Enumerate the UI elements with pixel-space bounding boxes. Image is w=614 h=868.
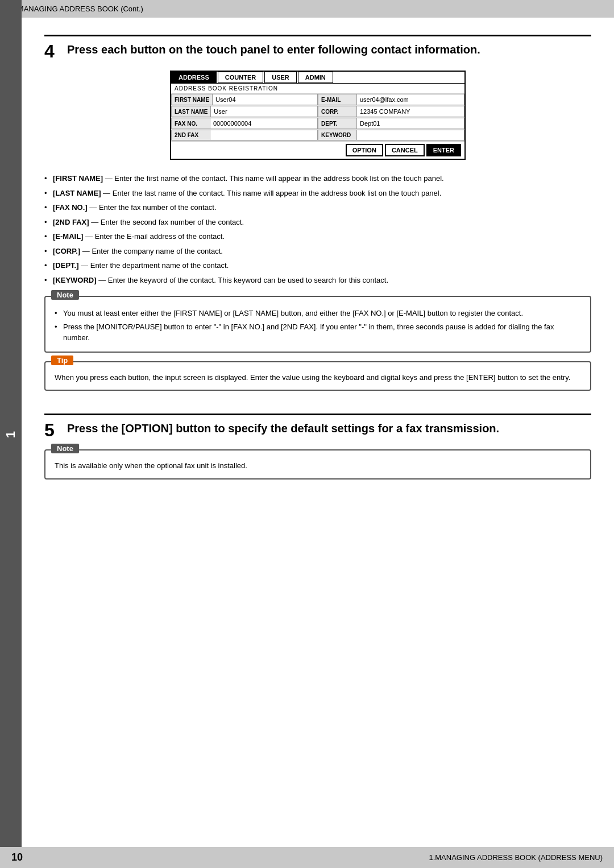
bullet-dept: [DEPT.] — Enter the department name of t… xyxy=(44,258,591,273)
header-bar: 1.MANAGING ADDRESS BOOK (Cont.) xyxy=(0,0,614,18)
step4-title: Press each button on the touch panel to … xyxy=(67,42,480,57)
footer: 10 1.MANAGING ADDRESS BOOK (ADDRESS MENU… xyxy=(0,847,614,868)
label-keyword: KEYWORD xyxy=(318,130,356,140)
step5-section: 5 Press the [OPTION] button to specify t… xyxy=(44,414,591,480)
step4-note-item2: Press the [MONITOR/PAUSE] button to ente… xyxy=(55,320,581,345)
bullet-2ndfax: [2ND FAX] — Enter the second fax number … xyxy=(44,215,591,230)
bullet-firstname: [FIRST NAME] — Enter the first name of t… xyxy=(44,171,591,186)
footer-text: 1.MANAGING ADDRESS BOOK (ADDRESS MENU) xyxy=(429,853,603,862)
bullet-list: [FIRST NAME] — Enter the first name of t… xyxy=(44,171,591,287)
enter-button[interactable]: ENTER xyxy=(426,144,461,156)
step5-note-text: This is available only when the optional… xyxy=(55,460,581,472)
step4-tip-label: Tip xyxy=(51,356,73,365)
value-2ndfax xyxy=(210,130,318,140)
label-dept: DEPT. xyxy=(318,118,356,129)
value-firstname: User04 xyxy=(212,94,318,105)
button-bar: OPTION CANCEL ENTER xyxy=(171,141,464,159)
form-row-2ndfax: 2ND FAX xyxy=(171,130,318,141)
step4-section: 4 Press each button on the touch panel t… xyxy=(44,35,591,391)
label-2ndfax: 2ND FAX xyxy=(171,130,210,140)
form-grid: FIRST NAME User04 LAST NAME User FAX NO.… xyxy=(171,94,464,141)
side-bar: 1 xyxy=(0,0,22,868)
label-corp: CORP. xyxy=(318,106,356,117)
tab-counter[interactable]: COUNTER xyxy=(218,72,263,83)
side-number: 1 xyxy=(3,419,18,449)
value-lastname: User xyxy=(210,106,318,117)
value-faxno: 00000000004 xyxy=(210,118,318,129)
form-row-dept: DEPT. Dept01 xyxy=(318,118,464,130)
label-email: E-MAIL xyxy=(318,94,356,105)
form-row-keyword: KEYWORD xyxy=(318,130,464,141)
form-row-faxno: FAX NO. 00000000004 xyxy=(171,118,318,130)
step4-note-box: Note You must at least enter either the … xyxy=(44,296,591,353)
tab-user[interactable]: USER xyxy=(264,72,297,83)
step5-note-label: Note xyxy=(51,444,79,453)
value-dept: Dept01 xyxy=(356,118,464,129)
step4-tip-text: When you press each button, the input sc… xyxy=(55,372,581,383)
step4-tip-box: Tip When you press each button, the inpu… xyxy=(44,361,591,391)
label-faxno: FAX NO. xyxy=(171,118,210,129)
step4-number: 4 xyxy=(44,42,61,60)
tab-admin[interactable]: ADMIN xyxy=(298,72,333,83)
tab-address[interactable]: ADDRESS xyxy=(171,72,217,83)
label-lastname: LAST NAME xyxy=(171,106,210,117)
form-row-email: E-MAIL user04@ifax.com xyxy=(318,94,464,106)
bullet-corp: [CORP.] — Enter the company name of the … xyxy=(44,244,591,259)
tab-bar: ADDRESS COUNTER USER ADMIN xyxy=(171,72,464,84)
cancel-button[interactable]: CANCEL xyxy=(385,144,425,156)
label-firstname: FIRST NAME xyxy=(171,94,212,105)
step5-title: Press the [OPTION] button to specify the… xyxy=(67,421,499,436)
step5-note-box: Note This is available only when the opt… xyxy=(44,449,591,480)
form-row-lastname: LAST NAME User xyxy=(171,106,318,118)
step4-note-label: Note xyxy=(51,290,79,300)
bullet-keyword: [KEYWORD] — Enter the keyword of the con… xyxy=(44,273,591,288)
footer-page-number: 10 xyxy=(11,852,23,863)
ui-panel: ADDRESS COUNTER USER ADMIN ADDRESS BOOK … xyxy=(170,71,466,160)
value-corp: 12345 COMPANY xyxy=(356,106,464,117)
step4-note-list: You must at least enter either the [FIRS… xyxy=(55,307,581,345)
panel-title: ADDRESS BOOK REGISTRATION xyxy=(171,84,464,94)
bullet-lastname: [LAST NAME] — Enter the last name of the… xyxy=(44,186,591,201)
step4-note-item1: You must at least enter either the [FIRS… xyxy=(55,307,581,320)
step4-header: 4 Press each button on the touch panel t… xyxy=(44,35,591,60)
form-col-left: FIRST NAME User04 LAST NAME User FAX NO.… xyxy=(171,94,318,141)
form-col-right: E-MAIL user04@ifax.com CORP. 12345 COMPA… xyxy=(318,94,464,141)
value-email: user04@ifax.com xyxy=(356,94,464,105)
bullet-faxno: [FAX NO.] — Enter the fax number of the … xyxy=(44,200,591,215)
bullet-email: [E-MAIL] — Enter the E-mail address of t… xyxy=(44,229,591,244)
form-row-firstname: FIRST NAME User04 xyxy=(171,94,318,106)
form-row-corp: CORP. 12345 COMPANY xyxy=(318,106,464,118)
step5-header: 5 Press the [OPTION] button to specify t… xyxy=(44,414,591,439)
option-button[interactable]: OPTION xyxy=(346,144,383,156)
header-text: 1.MANAGING ADDRESS BOOK (Cont.) xyxy=(11,5,143,13)
step5-number: 5 xyxy=(44,421,61,439)
value-keyword xyxy=(356,130,464,140)
main-content: 4 Press each button on the touch panel t… xyxy=(22,35,614,511)
